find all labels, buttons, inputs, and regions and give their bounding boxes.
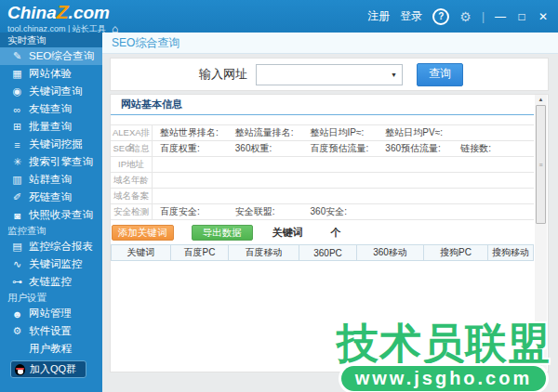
sidebar-item-seo-query[interactable]: ✎ SEO综合查询 [0, 47, 102, 65]
scrollbar-thumb[interactable]: ≡ [536, 105, 546, 224]
info-cell: 链接数: [460, 142, 533, 155]
sidebar-item-label: 网站体验 [29, 67, 72, 81]
sidebar-item-label: 快照收录查询 [29, 208, 93, 222]
keyword-toolbar: 添加关键词 导出数据 关键词 个 [112, 225, 534, 241]
sidebar-item-label: 监控综合报表 [29, 240, 93, 254]
column-header[interactable]: 360移动 [357, 245, 424, 260]
spider-icon: ✳ [10, 156, 24, 168]
sidebar-item-label: 网站管理 [29, 307, 72, 320]
sidebar-item-keyword-mining[interactable]: ≡ 关键词挖掘 [0, 136, 102, 153]
column-header[interactable]: 360PC [299, 245, 357, 260]
sidebar-item-label: 关键词监控 [29, 257, 83, 271]
keyword-count-label: 关键词 [272, 226, 303, 240]
logo-part3: .com [69, 3, 110, 22]
register-link[interactable]: 注册 [367, 8, 390, 24]
info-cell: 360预估流量: [385, 142, 458, 155]
tab-seo-query[interactable]: SEO综合查询 [102, 33, 189, 53]
info-cell: 整站世界排名: [160, 126, 232, 139]
sidebar-item-label: 友链监控 [29, 275, 72, 289]
export-data-button[interactable]: 导出数据 [192, 225, 253, 241]
sidebar-item-search-engine-query[interactable]: ✳ 搜索引擎查询 [0, 153, 102, 171]
sidebar-item-keyword-query[interactable]: ◉ 关键词查询 [0, 83, 102, 100]
info-cell: 百度预估流量: [311, 142, 383, 155]
gear-icon: ⚙ [10, 325, 24, 337]
info-row-label: 域名备案 [111, 189, 153, 203]
close-button[interactable]: ✕ [538, 10, 549, 23]
sidebar-item-site-management[interactable]: ☻ 网站管理 [0, 305, 102, 322]
info-row-label: SEO信息 [111, 141, 153, 156]
column-header[interactable]: 关键词 [112, 245, 171, 260]
sidebar-item-label: 用户教程 [29, 342, 72, 356]
chevron-down-icon[interactable]: ▼ [391, 72, 402, 78]
logo: ChinaZ.com tool.chinaz.com | 站长工具 ⌂ [7, 2, 118, 34]
report-chart-icon: ▤ [10, 241, 24, 253]
info-row-domain-age: 域名年龄 [111, 173, 534, 189]
query-button[interactable]: 查询 [417, 63, 463, 86]
join-qq-group-button[interactable]: 加入QQ群 [10, 360, 86, 378]
edit-doc-icon: ✎ [10, 50, 24, 62]
watermark-title: 技术员联盟 [337, 321, 551, 365]
scrollbar-grip-icon: ≡ [538, 162, 542, 168]
sidebar-item-deadlink-query[interactable]: ✐ 死链查询 [0, 189, 102, 206]
info-cell: 百度权重: [160, 142, 232, 155]
sidebar-item-site-group-query[interactable]: ▥ 站群查询 [0, 171, 102, 189]
link-monitor-icon: ⊶ [10, 276, 24, 288]
info-row-ip: IP地址 [111, 157, 534, 173]
sidebar-item-user-tutorial[interactable]: 用户教程 [0, 340, 102, 358]
column-header[interactable]: 搜狗移动 [488, 245, 533, 260]
sidebar-section-monitor-query: 监控查询 [0, 224, 102, 238]
info-cell: 安全联盟: [235, 205, 308, 218]
batch-search-icon: ⊞ [10, 121, 24, 133]
list-icon: ≡ [10, 139, 24, 150]
logo-text: ChinaZ.com [7, 2, 118, 21]
info-cell: 百度安全: [160, 205, 232, 218]
info-cell: 360权重: [235, 142, 308, 155]
keyword-count-suffix: 个 [331, 226, 341, 240]
column-header[interactable]: 搜狗PC [424, 245, 488, 260]
add-keyword-button[interactable]: 添加关键词 [112, 225, 174, 241]
column-header[interactable]: 百度PC [171, 245, 229, 260]
info-row-icp: 域名备案 [111, 189, 534, 204]
info-row-label: 安全检测 [111, 204, 153, 219]
keyword-circle-icon: ◉ [10, 85, 24, 98]
sidebar-item-label: 关键词挖掘 [29, 137, 83, 151]
info-row-label: ALEXA排名 [111, 125, 153, 140]
sidebar-item-site-experience[interactable]: ▦ 网站体验 [0, 65, 102, 83]
sidebar-item-batch-query[interactable]: ⊞ 批量查询 [0, 118, 102, 136]
sidebar-item-label: 关键词查询 [29, 85, 83, 98]
sidebar-item-monitor-report[interactable]: ▤ 监控综合报表 [0, 238, 102, 255]
logo-part1: China [7, 3, 57, 22]
sidebar-item-label: 站群查询 [29, 173, 72, 187]
gear-icon[interactable]: ⚙ [459, 9, 472, 24]
camera-icon: ◙ [10, 210, 24, 221]
help-icon[interactable]: ? [432, 8, 449, 25]
maximize-button[interactable]: □ [516, 10, 527, 23]
qq-button-label: 加入QQ群 [30, 362, 76, 376]
logo-part2: Z [57, 1, 69, 22]
sidebar-item-label: 死链查询 [29, 190, 72, 204]
sidebar-item-software-settings[interactable]: ⚙ 软件设置 [0, 322, 102, 340]
info-row-cells: 整站世界排名: 整站流量排名: 整站日均IP≈: 整站日均PV≈: [153, 126, 458, 139]
spacer-row [111, 115, 534, 125]
column-header[interactable]: 百度移动 [229, 245, 299, 260]
info-cell: 整站流量排名: [235, 126, 308, 139]
scroll-up-icon[interactable]: ▲ [535, 95, 547, 105]
panel-title: 网站基本信息 [111, 95, 534, 115]
sidebar-item-friendlink-query[interactable]: ∞ 友链查询 [0, 100, 102, 118]
sidebar-item-friendlink-monitor[interactable]: ⊶ 友链监控 [0, 273, 102, 291]
login-link[interactable]: 登录 [400, 8, 422, 24]
header-separator: | [482, 10, 485, 23]
info-row-seo: SEO信息 百度权重: 360权重: 百度预估流量: 360预估流量: 链接数: [111, 141, 534, 157]
url-input[interactable]: ▼ [256, 64, 403, 85]
keyword-table-header: 关键词 百度PC 百度移动 360PC 360移动 搜狗PC 搜狗移动 [111, 244, 534, 261]
info-row-alexa: ALEXA排名 整站世界排名: 整站流量排名: 整站日均IP≈: 整站日均PV≈… [111, 125, 534, 141]
sidebar-item-keyword-monitor[interactable]: ∿ 关键词监控 [0, 255, 102, 273]
app-window: ChinaZ.com tool.chinaz.com | 站长工具 ⌂ 注册 登… [0, 0, 558, 392]
info-row-cells: 百度安全: 安全联盟: 360安全: [153, 205, 383, 218]
bar-chart-icon: ▥ [10, 174, 24, 186]
info-row-cells: 百度权重: 360权重: 百度预估流量: 360预估流量: 链接数: [153, 142, 533, 155]
sidebar-item-label: 软件设置 [29, 324, 72, 338]
sidebar-item-snapshot-query[interactable]: ◙ 快照收录查询 [0, 206, 102, 224]
line-chart-icon: ∿ [10, 258, 24, 270]
minimize-button[interactable]: — [495, 10, 506, 23]
